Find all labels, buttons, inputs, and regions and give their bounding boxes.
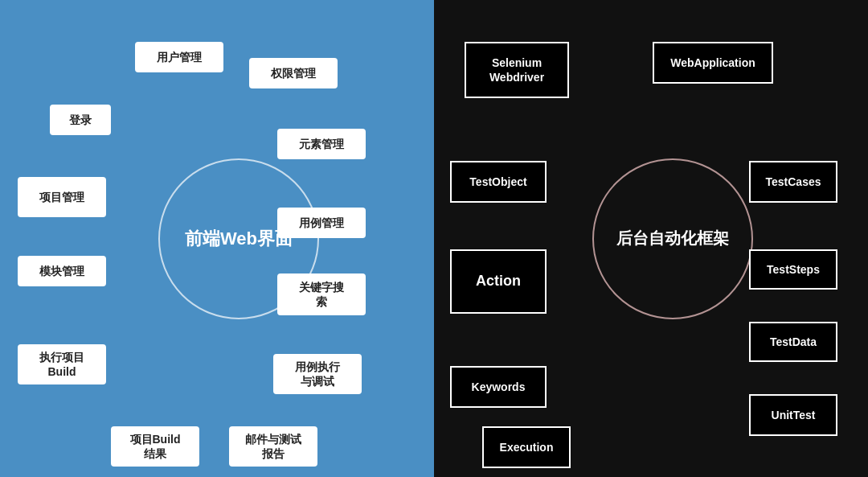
node-exec-proj: 执行项目Build <box>18 344 106 384</box>
node-case-exec: 用例执行与调试 <box>273 354 362 394</box>
node-testcases: TestCases <box>749 161 837 203</box>
node-unittest: UnitTest <box>749 394 837 436</box>
left-panel: 前端Web界面 用户管理 权限管理 登录 元素管理 项目管理 用例管理 模块管理… <box>0 0 434 477</box>
right-circle-label: 后台自动化框架 <box>616 228 729 249</box>
node-module-mgmt: 模块管理 <box>18 256 106 286</box>
node-execution: Execution <box>482 426 571 468</box>
right-panel: 后台自动化框架 SeleniumWebdriver WebApplication… <box>434 0 868 477</box>
node-testdata: TestData <box>749 322 837 362</box>
node-teststeps: TestSteps <box>749 249 837 290</box>
node-proj-mgmt: 项目管理 <box>18 177 106 217</box>
node-webapp: WebApplication <box>653 42 773 84</box>
node-action: Action <box>450 249 547 314</box>
node-proj-build-result: 项目Build结果 <box>111 426 199 467</box>
node-selenium: SeleniumWebdriver <box>465 42 569 98</box>
node-case-mgmt: 用例管理 <box>277 208 366 238</box>
right-center-circle: 后台自动化框架 <box>592 158 753 319</box>
left-circle-label: 前端Web界面 <box>185 227 293 251</box>
node-user-mgmt: 用户管理 <box>135 42 223 72</box>
node-mail-test: 邮件与测试报告 <box>229 426 317 467</box>
node-elem-mgmt: 元素管理 <box>277 129 366 159</box>
node-auth-mgmt: 权限管理 <box>249 58 338 88</box>
node-login: 登录 <box>50 105 111 135</box>
node-keywords: Keywords <box>450 366 547 408</box>
node-testobj: TestObject <box>450 161 547 203</box>
node-keyword-search: 关键字搜索 <box>277 273 366 315</box>
